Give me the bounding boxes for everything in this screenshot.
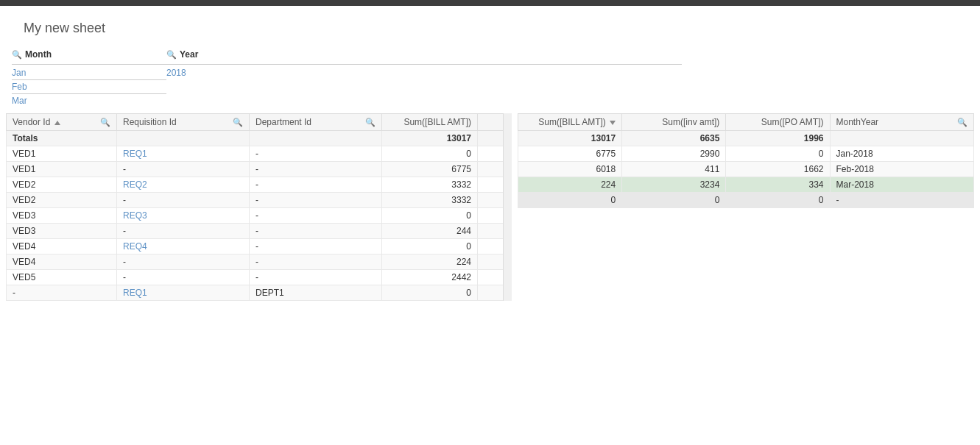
sort-vendor-id-icon[interactable] — [54, 121, 60, 125]
th-bill-amt: Sum([BILL AMT]) — [382, 114, 478, 131]
year-filter-header: 🔍 Year — [166, 46, 682, 63]
list-item: 6018 411 1662 Feb-2018 — [518, 162, 974, 177]
totals-bill: 13017 — [382, 131, 478, 146]
secondary-table: Sum([BILL AMT]) Sum([inv amt]) Sum([PO A… — [518, 113, 974, 208]
month-filter-label: Month — [25, 49, 52, 60]
search-req-icon[interactable]: 🔍 — [233, 118, 243, 127]
search-dept-icon[interactable]: 🔍 — [365, 118, 376, 127]
year-filter-items: 2018 — [166, 66, 682, 79]
table-row: VED2 - - 3332 0 0 — [7, 193, 512, 208]
bth-month-year: MonthYear 🔍 — [830, 114, 973, 131]
table-row: - REQ1 DEPT1 0 2990 0 — [7, 285, 512, 301]
list-item: 6775 2990 0 Jan-2018 — [518, 146, 974, 162]
month-filter-items: Jan Feb Mar — [12, 66, 166, 107]
table-row: VED3 REQ3 - 0 0 334 — [7, 208, 512, 224]
bth-po-amt: Sum([PO AMT]) — [726, 114, 830, 131]
search-monthyear-icon[interactable]: 🔍 — [957, 118, 967, 127]
totals-req — [117, 131, 250, 146]
top-bar — [0, 0, 980, 6]
table-row: VED3 - - 244 0 0 — [7, 224, 512, 239]
table-row: VED5 - - 2442 0 0 — [7, 270, 512, 285]
th-dept-id: Department Id 🔍 — [250, 114, 382, 131]
sort-bill-icon[interactable] — [608, 117, 616, 127]
page-title: My new sheet — [12, 12, 968, 42]
totals-dept — [250, 131, 382, 146]
year-filter-label: Year — [180, 49, 198, 60]
month-filter-header: 🔍 Month — [12, 46, 166, 63]
totals-row: Totals 13017 6635 1996 — [7, 131, 512, 146]
main-table: Vendor Id 🔍 Requisition Id 🔍 — [6, 113, 512, 301]
th-vendor-id: Vendor Id 🔍 — [7, 114, 117, 131]
year-item-2018[interactable]: 2018 — [166, 66, 682, 79]
th-req-id: Requisition Id 🔍 — [117, 114, 250, 131]
scrollbar[interactable] — [503, 113, 512, 301]
bth-bill-amt: Sum([BILL AMT]) — [518, 114, 622, 131]
table-row: VED4 - - 224 0 0 — [7, 254, 512, 270]
search-vendor-icon[interactable]: 🔍 — [100, 118, 110, 127]
bottom-totals-row: 13017 6635 1996 — [518, 131, 974, 146]
month-item-feb[interactable]: Feb — [12, 80, 166, 93]
month-item-jan[interactable]: Jan — [12, 66, 166, 79]
year-search-icon[interactable]: 🔍 — [166, 50, 177, 60]
month-search-icon[interactable]: 🔍 — [12, 50, 22, 60]
list-item: 224 3234 334 Mar-2018 — [518, 177, 974, 193]
bth-inv-amt: Sum([inv amt]) — [622, 114, 726, 131]
list-item: 0 0 0 - — [518, 193, 974, 208]
table-row: VED1 REQ1 - 0 0 563 — [7, 146, 512, 162]
table-row: VED1 - - 6775 0 0 — [7, 162, 512, 177]
month-item-mar[interactable]: Mar — [12, 94, 166, 107]
table-row: VED4 REQ4 - 0 0 243 — [7, 239, 512, 254]
totals-label: Totals — [7, 131, 117, 146]
table-row: VED2 REQ2 - 3332 0 856 — [7, 177, 512, 193]
